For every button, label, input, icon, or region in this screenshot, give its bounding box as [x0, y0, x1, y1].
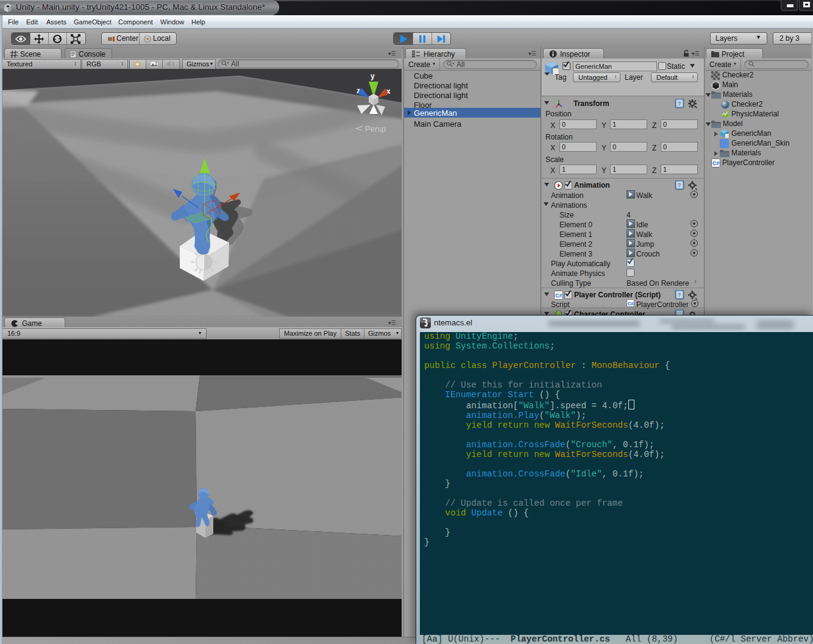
svg-text:?: ? [678, 292, 681, 298]
svg-text:?: ? [678, 182, 681, 188]
svg-text:C#: C# [712, 160, 720, 166]
svg-text:C#: C# [555, 292, 563, 299]
svg-text:?: ? [678, 101, 681, 107]
svg-text:C#: C# [628, 301, 634, 306]
svg-text:y: y [371, 72, 375, 80]
svg-text:Persp: Persp [365, 124, 386, 133]
